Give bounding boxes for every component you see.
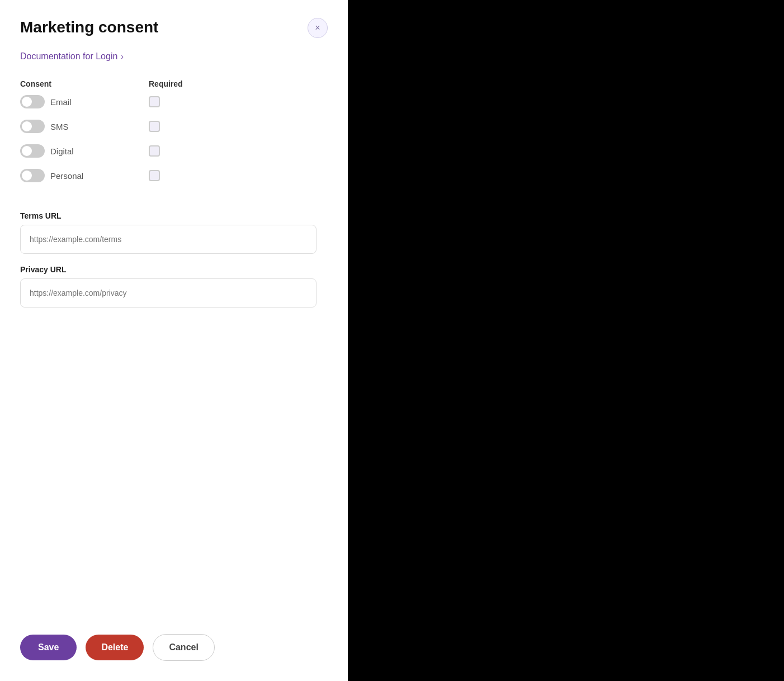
sms-label: SMS (50, 122, 69, 131)
personal-toggle-wrapper: Personal (20, 169, 149, 182)
digital-toggle[interactable] (20, 144, 45, 158)
digital-label: Digital (50, 146, 74, 156)
terms-url-input[interactable] (20, 225, 317, 254)
cancel-button[interactable]: Cancel (153, 634, 214, 661)
personal-toggle[interactable] (20, 169, 45, 182)
required-col-header: Required (149, 79, 183, 88)
privacy-url-label: Privacy URL (20, 265, 328, 274)
consent-row-email: Email (20, 95, 328, 108)
chevron-right-icon: › (121, 52, 124, 61)
email-required-checkbox[interactable] (149, 96, 160, 107)
panel-header: Marketing consent × (20, 18, 328, 38)
doc-link[interactable]: Documentation for Login › (20, 51, 328, 62)
digital-toggle-wrapper: Digital (20, 144, 149, 158)
marketing-consent-panel: Marketing consent × Documentation for Lo… (0, 0, 348, 681)
personal-required-checkbox[interactable] (149, 170, 160, 181)
close-icon: × (315, 23, 320, 33)
terms-url-label: Terms URL (20, 211, 328, 220)
consent-row-sms: SMS (20, 120, 328, 133)
terms-url-section: Terms URL (20, 211, 328, 254)
consent-section: Consent Required Email SMS Digital (20, 79, 328, 193)
email-toggle[interactable] (20, 95, 45, 108)
sms-toggle[interactable] (20, 120, 45, 133)
email-label: Email (50, 97, 72, 107)
consent-table-header: Consent Required (20, 79, 328, 88)
doc-link-text: Documentation for Login (20, 51, 117, 62)
sms-required-checkbox[interactable] (149, 121, 160, 132)
panel-title: Marketing consent (20, 18, 158, 37)
privacy-url-section: Privacy URL (20, 265, 328, 308)
black-background (348, 0, 784, 681)
sms-toggle-wrapper: SMS (20, 120, 149, 133)
delete-button[interactable]: Delete (86, 635, 144, 660)
consent-row-digital: Digital (20, 144, 328, 158)
save-button[interactable]: Save (20, 635, 77, 660)
consent-row-personal: Personal (20, 169, 328, 182)
email-toggle-wrapper: Email (20, 95, 149, 108)
footer-buttons: Save Delete Cancel (20, 623, 328, 661)
digital-required-checkbox[interactable] (149, 145, 160, 157)
personal-label: Personal (50, 171, 83, 181)
close-button[interactable]: × (308, 18, 328, 38)
consent-col-header: Consent (20, 79, 149, 88)
privacy-url-input[interactable] (20, 278, 317, 308)
